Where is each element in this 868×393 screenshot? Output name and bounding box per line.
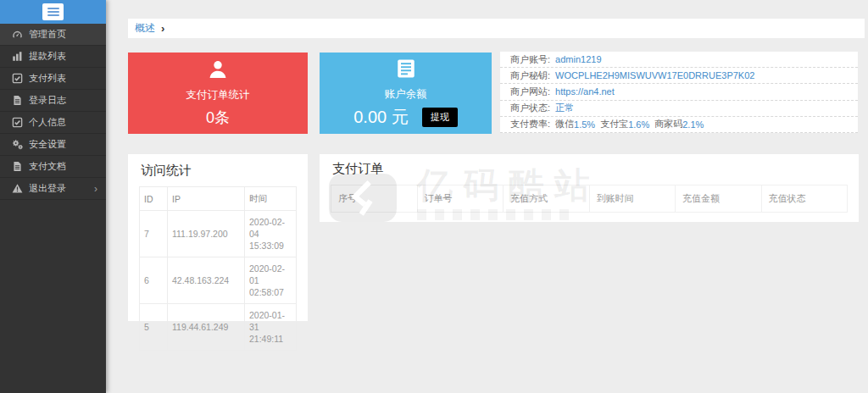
table-cell: 119.44.61.249	[168, 304, 245, 351]
table-row: 6 42.48.163.224 2020-02-01 02:58:07	[140, 257, 297, 304]
payment-orders-title: 支付订单	[332, 161, 848, 177]
table-cell: 7	[140, 211, 168, 257]
table-row: 5 119.44.61.249 2020-01-31 21:49:11	[140, 304, 297, 351]
dashboard-icon	[11, 29, 24, 40]
table-cell: 5	[140, 304, 168, 351]
chevron-right-icon: ›	[161, 23, 164, 34]
info-label: 支付费率:	[510, 118, 550, 130]
sidebar-item-label: 提款列表	[29, 50, 66, 63]
balance-card-title: 账户余额	[385, 87, 427, 102]
rate-value: 2.1%	[682, 119, 704, 130]
menu-toggle-button[interactable]	[42, 3, 64, 20]
sidebar-item-label: 安全设置	[29, 138, 66, 151]
column-header-arrival-time: 到账时间	[589, 185, 676, 213]
rate-name: 微信	[555, 118, 574, 130]
sidebar-item-label: 个人信息	[29, 116, 66, 129]
bar-chart-icon	[11, 51, 24, 62]
sidebar-header	[0, 0, 106, 24]
column-header-time: 时间	[245, 187, 297, 211]
sidebar-item-label: 管理首页	[29, 28, 66, 41]
info-label: 商户网站:	[510, 86, 550, 98]
info-label: 商户状态:	[510, 102, 550, 114]
table-cell: 2020-01-31 21:49:11	[245, 304, 297, 351]
merchant-status-row: 商户状态: 正常	[500, 101, 858, 117]
visit-stats-table: ID IP 时间 7 111.19.97.200 2020-02-04 15:3…	[139, 186, 297, 351]
sidebar-item-withdraw-list[interactable]: 提款列表	[0, 46, 106, 68]
merchant-account-value: admin1219	[555, 54, 601, 64]
column-header-order-no: 订单号	[417, 185, 504, 213]
table-header-row: 序号 订单号 充值方式 到账时间 充值金额 充值状态	[331, 185, 848, 213]
column-header-method: 充值方式	[504, 185, 590, 213]
breadcrumb: 概述 ›	[128, 19, 865, 38]
column-header-ip: IP	[168, 187, 245, 211]
sidebar-item-security[interactable]: 安全设置	[0, 134, 106, 156]
file-icon	[11, 95, 24, 106]
sidebar-item-home[interactable]: 管理首页	[0, 24, 106, 46]
payment-rates-row: 支付费率: 微信1.5% 支付宝1.6% 商家码2.1%	[500, 117, 858, 133]
sidebar-item-logout[interactable]: 退出登录 ›	[0, 178, 106, 200]
column-header-id: ID	[140, 187, 168, 211]
sidebar-item-label: 退出登录	[29, 182, 66, 195]
check-square-icon	[11, 73, 24, 84]
sidebar-item-profile[interactable]: 个人信息	[0, 112, 106, 134]
warning-icon	[11, 183, 24, 194]
table-cell: 6	[140, 257, 168, 304]
breadcrumb-overview-link[interactable]: 概述	[135, 21, 155, 36]
sidebar-item-payment-list[interactable]: 支付列表	[0, 68, 106, 90]
chevron-right-icon: ›	[94, 184, 97, 194]
gears-icon	[11, 139, 24, 150]
table-cell: 42.48.163.224	[168, 257, 245, 304]
check-square-icon	[11, 117, 24, 128]
balance-card: 账户余额 0.00 元 提现	[320, 53, 492, 134]
sidebar-item-label: 支付列表	[29, 72, 66, 85]
merchant-site-row: 商户网站: https://an4.net	[500, 84, 858, 100]
sidebar-item-label: 支付文档	[29, 160, 66, 173]
merchant-status-value: 正常	[555, 102, 574, 114]
merchant-site-link[interactable]: https://an4.net	[555, 86, 615, 97]
table-cell: 2020-02-01 02:58:07	[245, 257, 297, 304]
file-icon	[11, 161, 24, 172]
rate-name: 商家码	[654, 118, 682, 130]
info-label: 商户秘钥:	[510, 69, 550, 82]
merchant-key-row: 商户秘钥: WOCPLHE2H9MISWUVW17E0DRRUE3P7K02	[500, 68, 858, 84]
merchant-info-panel: 商户账号: admin1219 商户秘钥: WOCPLHE2H9MISWUVW1…	[500, 52, 858, 133]
list-icon	[395, 58, 417, 83]
table-header-row: ID IP 时间	[140, 187, 297, 211]
balance-value: 0.00 元	[353, 106, 408, 129]
rate-name: 支付宝	[600, 118, 628, 130]
visit-stats-title: 访问统计	[141, 163, 297, 179]
info-label: 商户账号:	[510, 53, 550, 66]
stat-card-title: 支付订单统计	[186, 88, 250, 102]
visit-stats-panel: 访问统计 ID IP 时间 7 111.19.97.200 2020-02-04…	[128, 154, 308, 321]
payment-orders-stat-card: 支付订单统计 0条	[128, 53, 308, 134]
sidebar: 管理首页 提款列表 支付列表 登录日志 个人信息	[0, 0, 106, 393]
stat-card-value: 0条	[206, 108, 230, 128]
withdraw-button[interactable]: 提现	[422, 108, 458, 127]
sidebar-menu: 管理首页 提款列表 支付列表 登录日志 个人信息	[0, 24, 106, 200]
user-icon	[207, 58, 229, 84]
sidebar-item-label: 登录日志	[29, 94, 66, 107]
rate-value: 1.6%	[628, 119, 649, 130]
rate-value: 1.5%	[574, 119, 595, 130]
sidebar-item-login-log[interactable]: 登录日志	[0, 90, 106, 112]
column-header-status: 充值状态	[761, 185, 848, 213]
merchant-account-row: 商户账号: admin1219	[500, 52, 858, 68]
column-header-seq: 序号	[331, 185, 418, 213]
column-header-amount: 充值金额	[676, 185, 762, 213]
merchant-key-value: WOCPLHE2H9MISWUVW17E0DRRUE3P7K02	[555, 70, 754, 80]
table-row: 7 111.19.97.200 2020-02-04 15:33:09	[140, 211, 297, 257]
payment-orders-panel: 支付订单 序号 订单号 充值方式 到账时间 充值金额 充值状态	[320, 154, 859, 222]
table-cell: 2020-02-04 15:33:09	[245, 211, 297, 257]
payment-orders-table: 序号 订单号 充值方式 到账时间 充值金额 充值状态	[331, 185, 848, 213]
table-cell: 111.19.97.200	[168, 211, 245, 257]
sidebar-item-payment-docs[interactable]: 支付文档	[0, 156, 106, 178]
